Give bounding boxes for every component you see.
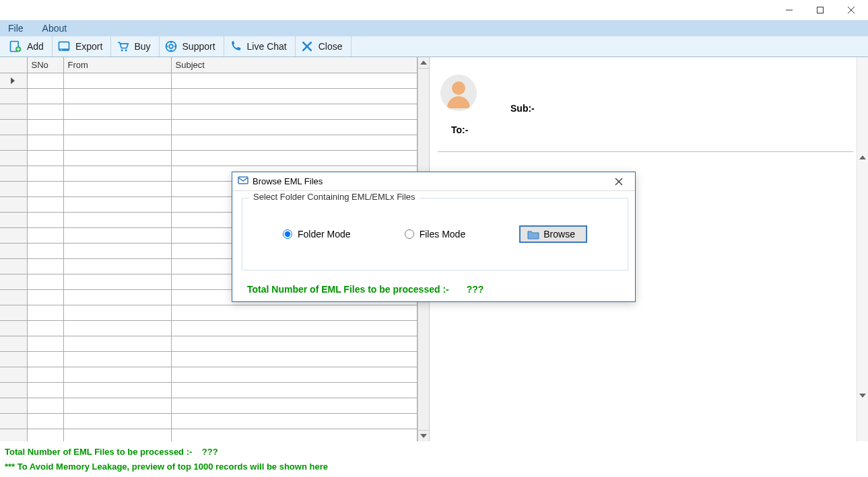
cell[interactable]	[171, 336, 418, 351]
cell[interactable]	[27, 398, 63, 413]
scroll-down-icon[interactable]	[418, 430, 429, 441]
cell[interactable]	[27, 243, 63, 258]
cell[interactable]	[171, 119, 418, 135]
cell[interactable]	[171, 305, 418, 320]
cell[interactable]	[27, 367, 63, 382]
table-row[interactable]	[0, 104, 418, 119]
close-button[interactable]: Close	[296, 36, 352, 57]
cell[interactable]	[171, 382, 418, 398]
cell[interactable]	[63, 135, 171, 150]
minimize-button[interactable]	[774, 0, 805, 20]
cell[interactable]	[27, 289, 63, 305]
table-row[interactable]	[0, 336, 418, 351]
cell[interactable]	[171, 429, 418, 441]
cell[interactable]	[63, 212, 171, 227]
preview-scrollbar[interactable]	[857, 57, 868, 441]
cell[interactable]	[27, 135, 63, 150]
cell[interactable]	[27, 429, 63, 441]
cell[interactable]	[171, 88, 418, 104]
cell[interactable]	[63, 351, 171, 367]
cell[interactable]	[27, 196, 63, 212]
col-subject[interactable]: Subject	[171, 57, 418, 73]
cell[interactable]	[27, 413, 63, 429]
maximize-button[interactable]	[805, 0, 836, 20]
col-sno[interactable]: SNo	[27, 57, 63, 73]
cell[interactable]	[171, 320, 418, 336]
cell[interactable]	[63, 258, 171, 274]
cell[interactable]	[27, 305, 63, 320]
cell[interactable]	[27, 274, 63, 289]
table-row[interactable]	[0, 135, 418, 150]
radio-files-input[interactable]	[405, 229, 414, 239]
cell[interactable]	[27, 166, 63, 181]
table-row[interactable]	[0, 305, 418, 320]
radio-folder-input[interactable]	[283, 229, 292, 239]
cell[interactable]	[171, 135, 418, 150]
browse-button[interactable]: Browse	[519, 225, 587, 243]
support-button[interactable]: Support	[160, 36, 224, 57]
cell[interactable]	[171, 413, 418, 429]
window-close-button[interactable]	[836, 0, 867, 20]
dialog-close-button[interactable]	[605, 172, 632, 191]
table-row[interactable]	[0, 398, 418, 413]
cell[interactable]	[63, 336, 171, 351]
preview-scroll-up-icon[interactable]	[857, 151, 868, 163]
cell[interactable]	[63, 88, 171, 104]
cell[interactable]	[171, 351, 418, 367]
cell[interactable]	[63, 73, 171, 88]
cell[interactable]	[63, 274, 171, 289]
cell[interactable]	[27, 73, 63, 88]
cell[interactable]	[63, 227, 171, 243]
cell[interactable]	[63, 196, 171, 212]
table-row[interactable]	[0, 88, 418, 104]
cell[interactable]	[27, 320, 63, 336]
cell[interactable]	[171, 150, 418, 166]
add-button[interactable]: Add	[4, 36, 53, 57]
cell[interactable]	[63, 119, 171, 135]
cell[interactable]	[63, 398, 171, 413]
livechat-button[interactable]: Live Chat	[224, 36, 296, 57]
menu-about[interactable]: About	[42, 23, 67, 34]
cell[interactable]	[171, 398, 418, 413]
menu-file[interactable]: File	[8, 23, 24, 34]
cell[interactable]	[63, 320, 171, 336]
cell[interactable]	[27, 351, 63, 367]
cell[interactable]	[27, 382, 63, 398]
preview-scroll-down-icon[interactable]	[857, 390, 868, 401]
radio-folder-mode[interactable]: Folder Mode	[283, 229, 351, 240]
cell[interactable]	[27, 150, 63, 166]
table-row[interactable]	[0, 382, 418, 398]
cell[interactable]	[63, 382, 171, 398]
cell[interactable]	[63, 305, 171, 320]
cell[interactable]	[63, 166, 171, 181]
table-row[interactable]	[0, 413, 418, 429]
cell[interactable]	[171, 73, 418, 88]
cell[interactable]	[63, 104, 171, 119]
scroll-up-icon[interactable]	[418, 57, 429, 69]
cell[interactable]	[27, 227, 63, 243]
col-from[interactable]: From	[63, 57, 171, 73]
buy-button[interactable]: Buy	[111, 36, 159, 57]
table-row[interactable]	[0, 150, 418, 166]
table-row[interactable]	[0, 367, 418, 382]
table-row[interactable]	[0, 429, 418, 441]
cell[interactable]	[27, 181, 63, 196]
cell[interactable]	[63, 367, 171, 382]
cell[interactable]	[27, 119, 63, 135]
radio-files-mode[interactable]: Files Mode	[405, 229, 465, 240]
table-row[interactable]	[0, 73, 418, 88]
cell[interactable]	[27, 258, 63, 274]
cell[interactable]	[63, 181, 171, 196]
table-row[interactable]	[0, 320, 418, 336]
table-row[interactable]	[0, 119, 418, 135]
cell[interactable]	[63, 150, 171, 166]
cell[interactable]	[27, 104, 63, 119]
cell[interactable]	[27, 336, 63, 351]
table-row[interactable]	[0, 351, 418, 367]
cell[interactable]	[171, 367, 418, 382]
cell[interactable]	[63, 429, 171, 441]
cell[interactable]	[27, 212, 63, 227]
cell[interactable]	[27, 88, 63, 104]
cell[interactable]	[63, 289, 171, 305]
cell[interactable]	[63, 413, 171, 429]
